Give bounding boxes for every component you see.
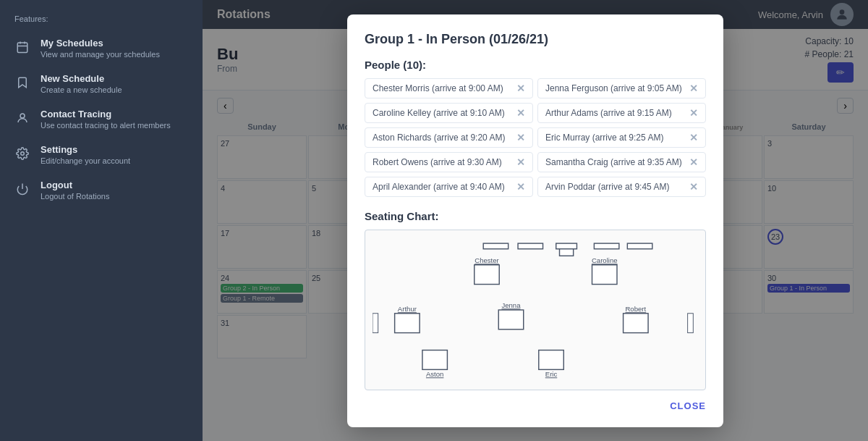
sidebar-item-contact-tracing[interactable]: Contact Tracing Use contact tracing to a…	[0, 101, 203, 137]
svg-rect-27	[422, 350, 447, 370]
sidebar-item-my-schedules[interactable]: My Schedules View and manage your schedu…	[0, 30, 203, 66]
person-icon	[14, 110, 30, 126]
person-name: Arthur Adams (arrive at 9:15 AM)	[545, 108, 685, 118]
remove-chester-button[interactable]: ✕	[516, 83, 525, 93]
remove-robert-button[interactable]: ✕	[516, 157, 525, 167]
logout-subtitle: Logout of Rotations	[41, 192, 109, 201]
remove-april-button[interactable]: ✕	[516, 182, 525, 192]
person-name: Chester Morris (arrive at 9:00 AM)	[373, 83, 512, 93]
seating-section-title: Seating Chart:	[365, 210, 706, 222]
bookmark-icon	[14, 75, 30, 91]
features-label: Features:	[0, 14, 203, 30]
svg-rect-29	[539, 350, 563, 370]
person-chip-arvin: Arvin Poddar (arrive at 9:45 AM) ✕	[537, 177, 706, 197]
svg-rect-16	[475, 265, 499, 285]
modal-title: Group 1 - In Person (01/26/21)	[365, 32, 706, 47]
person-name: Robert Owens (arrive at 9:30 AM)	[373, 157, 512, 167]
svg-rect-13	[594, 243, 618, 249]
modal: Group 1 - In Person (01/26/21) People (1…	[347, 14, 723, 427]
people-section-title: People (10):	[365, 59, 706, 71]
svg-rect-20	[395, 314, 420, 333]
svg-text:Eric: Eric	[545, 370, 558, 378]
svg-text:Aston: Aston	[426, 370, 443, 378]
new-schedule-subtitle: Create a new schedule	[41, 85, 122, 94]
person-name: April Alexander (arrive at 9:40 AM)	[373, 182, 512, 192]
sidebar-item-new-schedule[interactable]: New Schedule Create a new schedule	[0, 66, 203, 101]
svg-text:Robert: Robert	[625, 305, 646, 313]
svg-rect-12	[560, 249, 574, 256]
person-name: Aston Richards (arrive at 9:20 AM)	[373, 133, 512, 143]
main-content: Rotations Welcome, Arvin Bu From Capacit…	[203, 0, 868, 441]
svg-rect-24	[624, 314, 648, 333]
svg-rect-8	[483, 243, 508, 249]
modal-footer: CLOSE	[365, 400, 706, 411]
remove-jenna-button[interactable]: ✕	[689, 83, 698, 93]
svg-rect-18	[592, 265, 617, 285]
modal-overlay: Group 1 - In Person (01/26/21) People (1…	[203, 0, 868, 441]
my-schedules-subtitle: View and manage your schedules	[41, 50, 160, 59]
new-schedule-title: New Schedule	[41, 73, 122, 84]
person-chip-robert: Robert Owens (arrive at 9:30 AM) ✕	[365, 152, 533, 172]
remove-arthur-button[interactable]: ✕	[689, 108, 698, 118]
person-chip-chester: Chester Morris (arrive at 9:00 AM) ✕	[365, 78, 533, 98]
svg-point-4	[20, 114, 25, 118]
sidebar-item-settings[interactable]: Settings Edit/change your account	[0, 137, 203, 172]
remove-aston-button[interactable]: ✕	[516, 133, 525, 143]
person-name: Samantha Craig (arrive at 9:35 AM)	[545, 157, 685, 167]
contact-tracing-title: Contact Tracing	[41, 109, 171, 119]
svg-rect-0	[17, 43, 27, 53]
svg-text:Jenna: Jenna	[501, 301, 521, 309]
person-chip-april: April Alexander (arrive at 9:40 AM) ✕	[365, 177, 533, 197]
settings-title: Settings	[41, 144, 130, 155]
person-chip-jenna: Jenna Ferguson (arrive at 9:05 AM) ✕	[537, 78, 706, 98]
person-chip-eric: Eric Murray (arrive at 9:25 AM) ✕	[537, 127, 706, 148]
person-name: Caroline Kelley (arrive at 9:10 AM)	[373, 108, 512, 118]
logout-title: Logout	[41, 180, 109, 190]
seating-chart: Chester Caroline Arthur Jenna Robert	[365, 230, 706, 390]
people-grid: Chester Morris (arrive at 9:00 AM) ✕ Jen…	[365, 78, 706, 197]
sidebar-item-logout[interactable]: Logout Logout of Rotations	[0, 172, 203, 208]
svg-point-5	[21, 152, 25, 156]
person-chip-arthur: Arthur Adams (arrive at 9:15 AM) ✕	[537, 103, 706, 123]
person-chip-aston: Aston Richards (arrive at 9:20 AM) ✕	[365, 127, 533, 148]
person-name: Eric Murray (arrive at 9:25 AM)	[545, 133, 685, 143]
gear-icon	[14, 146, 30, 161]
svg-text:Caroline: Caroline	[592, 256, 618, 264]
calendar-icon	[14, 39, 30, 55]
person-name: Arvin Poddar (arrive at 9:45 AM)	[545, 182, 685, 192]
person-chip-caroline: Caroline Kelley (arrive at 9:10 AM) ✕	[365, 103, 533, 123]
svg-rect-25	[373, 314, 378, 333]
contact-tracing-subtitle: Use contact tracing to alert members	[41, 121, 171, 130]
svg-rect-26	[688, 314, 694, 333]
remove-caroline-button[interactable]: ✕	[516, 108, 525, 118]
remove-samantha-button[interactable]: ✕	[689, 157, 698, 167]
svg-rect-11	[556, 243, 577, 249]
remove-eric-button[interactable]: ✕	[689, 133, 698, 143]
svg-rect-14	[627, 243, 652, 249]
remove-arvin-button[interactable]: ✕	[689, 182, 698, 192]
person-chip-samantha: Samantha Craig (arrive at 9:35 AM) ✕	[537, 152, 706, 172]
svg-rect-9	[518, 243, 542, 249]
settings-subtitle: Edit/change your account	[41, 156, 130, 165]
sidebar: Features: My Schedules View and manage y…	[0, 0, 203, 441]
svg-text:Chester: Chester	[475, 256, 499, 264]
my-schedules-title: My Schedules	[41, 38, 160, 49]
person-name: Jenna Ferguson (arrive at 9:05 AM)	[545, 83, 685, 93]
svg-text:Arthur: Arthur	[398, 305, 417, 313]
close-button[interactable]: CLOSE	[670, 400, 706, 411]
svg-rect-22	[498, 310, 523, 329]
power-icon	[14, 181, 30, 197]
